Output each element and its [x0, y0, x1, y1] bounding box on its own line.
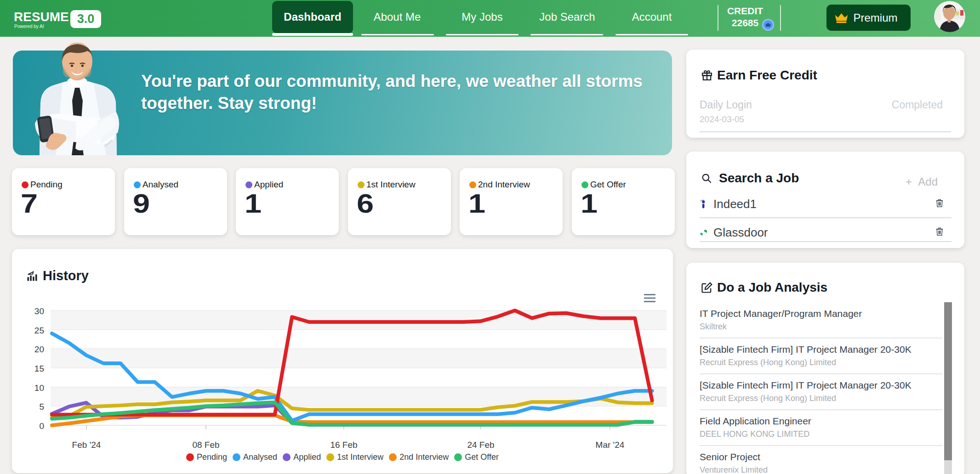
- svg-text:20: 20: [34, 344, 44, 354]
- svg-text:24 Feb: 24 Feb: [467, 440, 494, 450]
- svg-text:15: 15: [34, 364, 44, 373]
- svg-text:10: 10: [34, 383, 44, 393]
- svg-text:08 Feb: 08 Feb: [192, 440, 219, 450]
- svg-text:0: 0: [39, 421, 44, 431]
- svg-text:30: 30: [34, 306, 44, 316]
- svg-text:16 Feb: 16 Feb: [330, 440, 357, 450]
- svg-text:Feb '24: Feb '24: [72, 440, 101, 450]
- svg-text:Mar '24: Mar '24: [596, 440, 625, 450]
- svg-text:5: 5: [39, 402, 44, 412]
- svg-text:25: 25: [34, 326, 44, 335]
